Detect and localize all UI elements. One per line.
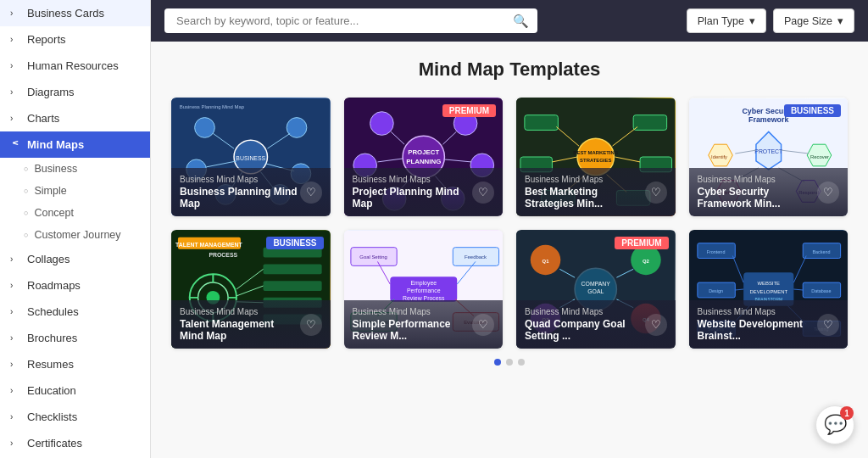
template-card-talent-management[interactable]: TALENT MANAGEMENT PROCESS BUSINESSBusine… <box>171 230 331 349</box>
card-footer: Business Mind MapsBusiness Planning Mind… <box>171 168 331 216</box>
sidebar-item-reports[interactable]: ›Reports <box>0 26 150 53</box>
card-footer: Business Mind MapsWebsite Development Br… <box>689 300 849 349</box>
chevron-down-icon: ▾ <box>837 14 843 27</box>
template-card-performance-review[interactable]: Employee Performance Review Process Goal… <box>344 230 504 349</box>
svg-text:Q2: Q2 <box>643 259 650 264</box>
favorite-button[interactable]: ♡ <box>645 182 667 204</box>
card-meta: Business Mind MapsSimple Performance Rev… <box>353 307 473 342</box>
sidebar-subitem-customer-journey[interactable]: Customer Journey <box>0 224 150 246</box>
card-meta: Business Mind MapsBest Marketing Strateg… <box>525 175 645 209</box>
content-area: Mind Map Templates BUSINESS Business Pla… <box>151 42 868 458</box>
svg-text:Identify: Identify <box>711 154 727 159</box>
svg-text:Employee: Employee <box>410 280 437 287</box>
svg-text:Recover: Recover <box>810 154 828 159</box>
favorite-button[interactable]: ♡ <box>645 314 667 336</box>
svg-text:Backend: Backend <box>812 249 830 254</box>
pagination-dot-1[interactable] <box>506 359 513 366</box>
chevron-down-icon: ▾ <box>749 14 755 27</box>
svg-rect-36 <box>525 115 558 131</box>
pagination <box>171 349 848 369</box>
sidebar-item-resumes[interactable]: ›Resumes <box>0 351 150 377</box>
template-card-project-planning[interactable]: PROJECT PLANNING PREMIUMBusiness Mind Ma… <box>344 98 504 216</box>
favorite-button[interactable]: ♡ <box>817 314 839 336</box>
svg-text:PROTECT: PROTECT <box>754 148 783 154</box>
favorite-button[interactable]: ♡ <box>817 182 839 204</box>
sidebar-label: Collages <box>27 253 70 265</box>
chevron-icon: › <box>10 61 20 70</box>
svg-text:BEST MARKETING: BEST MARKETING <box>573 150 619 155</box>
sidebar-item-roadmaps[interactable]: ›Roadmaps <box>0 272 150 299</box>
favorite-button[interactable]: ♡ <box>472 314 494 336</box>
svg-text:DEVELOPMENT: DEVELOPMENT <box>749 289 787 294</box>
svg-rect-78 <box>264 281 322 291</box>
svg-text:Feedback: Feedback <box>464 254 486 260</box>
sidebar-label: Reports <box>27 33 66 46</box>
favorite-button[interactable]: ♡ <box>300 314 322 336</box>
pagination-dot-0[interactable] <box>494 359 501 366</box>
card-footer: Business Mind MapsTalent Management Mind… <box>171 300 331 349</box>
svg-text:STRATEGIES: STRATEGIES <box>580 158 611 163</box>
card-name: Website Development Brainst... <box>698 318 818 342</box>
template-card-business-planning[interactable]: BUSINESS Business Planning Mind Map Busi… <box>171 98 331 216</box>
template-card-marketing-strategies[interactable]: BEST MARKETING STRATEGIES Business Mind … <box>516 98 676 216</box>
svg-text:Database: Database <box>811 288 831 293</box>
sidebar: ›Business Cards›Reports›Human Resources›… <box>0 0 151 458</box>
sidebar-label: Roadmaps <box>27 279 81 292</box>
template-card-website-development[interactable]: WEBSITE DEVELOPMENT BRAINSTORM Frontend … <box>689 230 849 349</box>
card-image-performance-review: Employee Performance Review Process Goal… <box>344 230 504 349</box>
card-badge: PREMIUM <box>615 237 668 249</box>
card-image-quad-company: COMPANY GOAL Q1 Q2 Q3 Q4 PREMIUMBusiness… <box>516 230 676 349</box>
page-size-dropdown[interactable]: Page Size ▾ <box>773 8 854 33</box>
card-name: Project Planning Mind Map <box>353 186 473 209</box>
svg-text:Design: Design <box>709 288 723 293</box>
sidebar-item-brochures[interactable]: ›Brochures <box>0 325 150 351</box>
sidebar-label: Checklists <box>27 411 77 423</box>
sidebar-item-mind-maps[interactable]: ∨Mind Maps <box>0 131 150 158</box>
plan-type-dropdown[interactable]: Plan Type ▾ <box>687 8 766 33</box>
svg-text:Framework: Framework <box>748 115 788 124</box>
sidebar-item-human-resources[interactable]: ›Human Resources <box>0 53 150 79</box>
main-content: 🔍 Plan Type ▾ Page Size ▾ Mind Map Templ… <box>151 0 868 458</box>
svg-text:Frontend: Frontend <box>706 249 725 254</box>
card-footer: Business Mind MapsBest Marketing Strateg… <box>516 168 676 216</box>
sidebar-label: Charts <box>27 112 59 125</box>
template-card-cyber-security[interactable]: Cyber Security Framework PROTECT Identif… <box>689 98 849 216</box>
sidebar-subitem-concept[interactable]: Concept <box>0 202 150 224</box>
card-footer: Business Mind MapsCyber Security Framewo… <box>689 168 849 216</box>
card-meta: Business Mind MapsCyber Security Framewo… <box>698 175 818 209</box>
sidebar-item-charts[interactable]: ›Charts <box>0 105 150 131</box>
card-image-business-planning: BUSINESS Business Planning Mind Map Busi… <box>171 98 331 216</box>
favorite-button[interactable]: ♡ <box>472 182 494 204</box>
card-image-talent-management: TALENT MANAGEMENT PROCESS BUSINESSBusine… <box>171 230 331 349</box>
sidebar-item-education[interactable]: ›Education <box>0 377 150 404</box>
chat-badge: 1 <box>840 406 854 420</box>
card-name: Cyber Security Framework Min... <box>698 186 818 209</box>
chat-button[interactable]: 💬 1 <box>815 405 854 444</box>
sidebar-item-schedules[interactable]: ›Schedules <box>0 299 150 325</box>
template-card-quad-company[interactable]: COMPANY GOAL Q1 Q2 Q3 Q4 PREMIUMBusiness… <box>516 230 676 349</box>
card-category: Business Mind Maps <box>698 175 818 184</box>
sidebar-label: Certificates <box>27 437 82 450</box>
card-badge: BUSINESS <box>266 237 323 249</box>
svg-text:TALENT MANAGEMENT: TALENT MANAGEMENT <box>175 242 243 248</box>
template-grid: BUSINESS Business Planning Mind Map Busi… <box>171 98 848 349</box>
search-icon: 🔍 <box>513 14 529 29</box>
sidebar-item-diagrams[interactable]: ›Diagrams <box>0 79 150 105</box>
svg-point-4 <box>287 118 307 138</box>
sidebar-subitem-business[interactable]: Business <box>0 158 150 180</box>
favorite-button[interactable]: ♡ <box>300 182 322 204</box>
sidebar-item-certificates[interactable]: ›Certificates <box>0 430 150 456</box>
sidebar-subitem-simple[interactable]: Simple <box>0 180 150 202</box>
page-title: Mind Map Templates <box>171 59 848 81</box>
sidebar-label: Schedules <box>27 305 79 318</box>
card-name: Quad Company Goal Setting ... <box>525 318 645 342</box>
search-input[interactable] <box>164 8 537 33</box>
pagination-dot-2[interactable] <box>518 359 525 366</box>
svg-rect-77 <box>264 264 322 274</box>
sidebar-item-collages[interactable]: ›Collages <box>0 246 150 272</box>
svg-text:GOAL: GOAL <box>587 288 604 294</box>
card-name: Simple Performance Review M... <box>353 318 473 342</box>
sidebar-item-business-cards[interactable]: ›Business Cards <box>0 0 150 26</box>
sidebar-item-checklists[interactable]: ›Checklists <box>0 404 150 430</box>
card-category: Business Mind Maps <box>353 175 473 184</box>
